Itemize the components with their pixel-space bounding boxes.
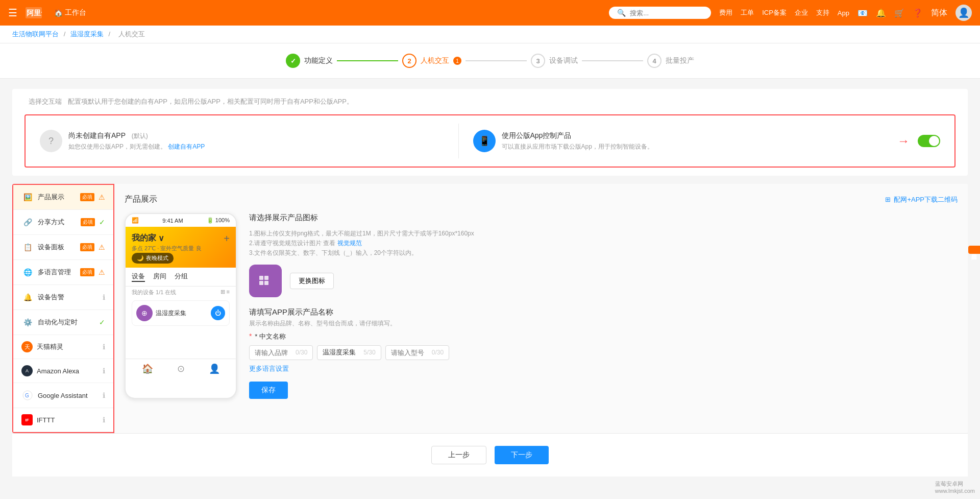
sidebar-item-automation[interactable]: ⚙️ 自动化与定时 ✓ bbox=[13, 310, 113, 335]
brand-input-field: 0/30 bbox=[249, 345, 313, 360]
status-icon-multilang: ⚠ bbox=[99, 268, 105, 276]
nav-link-fees[interactable]: 费用 bbox=[719, 8, 732, 17]
nav-link-support[interactable]: 支持 bbox=[816, 8, 829, 17]
model-input[interactable] bbox=[391, 349, 432, 357]
icon-hints: 1.图标上传仅支持png格式，最大不能超过1M，图片尺寸需大于或等于160px*… bbox=[249, 229, 958, 258]
option-own-app[interactable]: ? 尚未创建自有APP (默认) 如您仅使用公版APP，则无需创建。 创建自有A… bbox=[34, 124, 450, 158]
step-3[interactable]: 3 设备调试 bbox=[531, 54, 578, 68]
step-1-circle: ✓ bbox=[286, 54, 300, 68]
step-line-2 bbox=[465, 60, 527, 61]
visual-spec-link[interactable]: 视觉规范 bbox=[337, 240, 362, 247]
nav-links: 费用 工单 ICP备案 企业 支持 App bbox=[719, 8, 849, 17]
model-count: 0/30 bbox=[432, 349, 444, 356]
public-app-toggle[interactable] bbox=[918, 135, 940, 147]
save-button[interactable]: 保存 bbox=[249, 382, 288, 399]
help-icon[interactable]: ❓ bbox=[913, 8, 923, 18]
sidebar-item-label-ifttt: IFTTT bbox=[37, 416, 99, 424]
breadcrumb-iot[interactable]: 生活物联网平台 bbox=[12, 30, 59, 38]
user-avatar[interactable]: 👤 bbox=[955, 5, 972, 21]
step-4[interactable]: 4 批量投产 bbox=[647, 54, 694, 68]
name-section-title: 请填写APP展示产品名称 bbox=[249, 307, 958, 317]
change-icon-button[interactable]: 更换图标 bbox=[290, 273, 334, 289]
phone-nav-discover[interactable]: ⊙ bbox=[177, 363, 185, 374]
svg-text:阿里云: 阿里云 bbox=[27, 9, 42, 17]
phone-nav-home[interactable]: 🏠 bbox=[142, 363, 153, 374]
search-input[interactable] bbox=[630, 9, 703, 17]
email-icon[interactable]: 📧 bbox=[857, 8, 868, 18]
status-icon-alarm: ℹ bbox=[103, 293, 105, 301]
phone-tab-device[interactable]: 设备 bbox=[132, 272, 145, 282]
sidebar-item-device-panel[interactable]: 📋 设备面板 必填 ⚠ bbox=[13, 235, 113, 260]
device-power-button[interactable]: ⏻ bbox=[211, 306, 225, 320]
step-1[interactable]: ✓ 功能定义 bbox=[286, 54, 333, 68]
create-own-app-link[interactable]: 创建自有APP bbox=[168, 143, 205, 150]
sidebar-item-amazon[interactable]: A Amazon Alexa ℹ bbox=[13, 359, 113, 383]
phone-device-count: 我的设备 1/1 在线 ⊞ ≡ bbox=[126, 287, 236, 298]
tmall-icon: 天 bbox=[21, 341, 33, 352]
breadcrumb-sep2: / bbox=[108, 30, 112, 38]
sidebar-item-alarm[interactable]: 🔔 设备告警 ℹ bbox=[13, 285, 113, 310]
content-title: 产品展示 bbox=[125, 194, 157, 205]
hamburger-icon[interactable]: ☰ bbox=[8, 7, 17, 19]
step-3-circle: 3 bbox=[531, 54, 545, 68]
phone-header: 我的家 ∨ 多点 27℃ · 室外空气质量 良 + 🌙 夜晚模式 bbox=[126, 227, 236, 268]
phone-tab-room[interactable]: 房间 bbox=[153, 272, 166, 282]
nav-right: 🔍 费用 工单 ICP备案 企业 支持 App 📧 🔔 🛒 ❓ 简体 👤 bbox=[609, 5, 972, 21]
nav-link-enterprise[interactable]: 企业 bbox=[795, 8, 808, 17]
name-input[interactable] bbox=[323, 349, 363, 357]
phone-night-mode: 🌙 夜晚模式 bbox=[132, 253, 174, 264]
top-nav: ☰ 阿里云 🏠 工作台 🔍 费用 工单 ICP备案 企业 支持 App 📧 🔔 … bbox=[0, 0, 980, 26]
sidebar-item-multilang[interactable]: 🌐 多语言管理 必填 ⚠ bbox=[13, 260, 113, 285]
workbench-button[interactable]: 🏠 工作台 bbox=[50, 6, 90, 19]
workbench-label: 工作台 bbox=[65, 8, 86, 17]
icon-hint-2: 2.请遵守视觉规范设计图片 查看 视觉规范 bbox=[249, 239, 958, 248]
phone-time: 9:41 AM bbox=[162, 218, 183, 224]
moon-icon: 🌙 bbox=[137, 255, 144, 262]
svg-rect-6 bbox=[264, 276, 268, 280]
nav-link-icp[interactable]: ICP备案 bbox=[762, 8, 787, 17]
phone-nav-profile[interactable]: 👤 bbox=[209, 363, 220, 374]
phone-battery: 🔋 100% bbox=[207, 217, 230, 224]
more-lang-link[interactable]: 更多语言设置 bbox=[249, 364, 289, 373]
required-badge-share: 必填 bbox=[81, 218, 95, 226]
model-input-field: 0/30 bbox=[385, 345, 449, 360]
bell-icon[interactable]: 🔔 bbox=[876, 8, 886, 18]
step-2-circle: 2 bbox=[402, 54, 416, 68]
status-icon-google: ℹ bbox=[103, 391, 105, 399]
phone-device-item: ⊕ 温湿度采集 ⏻ bbox=[132, 300, 230, 326]
breadcrumb-device[interactable]: 温湿度采集 bbox=[70, 30, 104, 38]
phone-add-btn[interactable]: + bbox=[224, 233, 230, 245]
grid-view-icon[interactable]: ⊞ ≡ bbox=[220, 289, 230, 296]
icon-section-title: 请选择展示产品图标 bbox=[249, 213, 958, 223]
selection-card: 选择交互端 配置项默认用于您创建的自有APP，如启用公版APP，相关配置可同时用… bbox=[12, 89, 968, 176]
sidebar-item-google[interactable]: G Google Assistant ℹ bbox=[13, 383, 113, 408]
next-button[interactable]: 下一步 bbox=[495, 446, 549, 464]
search-box[interactable]: 🔍 bbox=[609, 7, 711, 19]
nav-link-app[interactable]: App bbox=[838, 9, 849, 17]
sidebar-item-share[interactable]: 🔗 分享方式 必填 ✓ bbox=[13, 210, 113, 235]
prev-button[interactable]: 上一步 bbox=[431, 446, 486, 464]
sidebar-item-ifttt[interactable]: IF IFTTT ℹ bbox=[13, 408, 113, 432]
option-public-app[interactable]: 📱 使用公版App控制产品 可以直接从应用市场下载公版App，用于控制智能设备。 bbox=[467, 124, 884, 158]
required-badge-multilang: 必填 bbox=[80, 268, 94, 276]
sidebar-item-tmall[interactable]: 天 天猫精灵 ℹ bbox=[13, 335, 113, 359]
status-icon-automation: ✓ bbox=[99, 318, 105, 326]
phone-tab-group[interactable]: 分组 bbox=[175, 272, 188, 282]
brand-input[interactable] bbox=[255, 349, 296, 357]
arrow-icon: → bbox=[897, 134, 910, 148]
sidebar-item-product-display[interactable]: 🖼️ 产品展示 必填 ⚠ bbox=[13, 185, 113, 210]
step-line-1 bbox=[337, 60, 398, 61]
breadcrumb-sep1: / bbox=[64, 30, 67, 38]
input-group: 0/30 5/30 0/30 bbox=[249, 345, 958, 360]
nav-link-ticket[interactable]: 工单 bbox=[741, 8, 754, 17]
floating-panel[interactable]: 自有品牌增值工具 bbox=[968, 246, 980, 254]
share-icon: 🔗 bbox=[21, 216, 34, 228]
home-icon: 🏠 bbox=[54, 9, 63, 17]
step-2[interactable]: 2 人机交互 1 bbox=[402, 54, 461, 68]
language-label[interactable]: 简体 bbox=[931, 8, 947, 18]
device-circle-icon: ⊕ bbox=[136, 305, 153, 321]
cart-icon[interactable]: 🛒 bbox=[894, 8, 904, 18]
step-1-label: 功能定义 bbox=[304, 56, 333, 65]
main-content: 选择交互端 配置项默认用于您创建的自有APP，如启用公版APP，相关配置可同时用… bbox=[0, 79, 980, 499]
qr-code-link[interactable]: ⊞ 配网+APP下载二维码 bbox=[885, 195, 958, 204]
